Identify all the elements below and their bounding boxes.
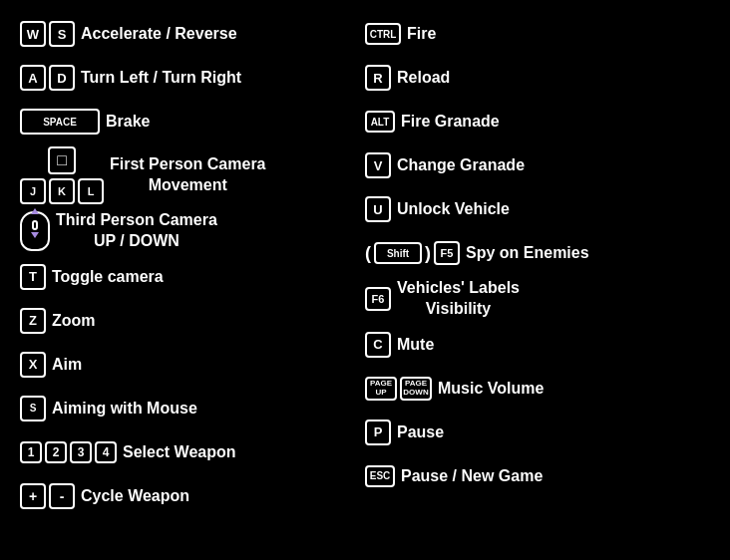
label-reload: Reload <box>397 68 450 87</box>
label-zoom: Zoom <box>52 311 96 330</box>
key-3: 3 <box>70 441 92 463</box>
keys-t: T <box>20 264 46 290</box>
keys-c: C <box>365 332 391 358</box>
label-aiming-mouse: Aiming with Mouse <box>52 399 197 418</box>
row-aim: X Aim <box>20 346 365 384</box>
label-spy-enemies: Spy on Enemies <box>466 243 589 262</box>
paren-close: ) <box>425 243 431 264</box>
label-cycle-weapon: Cycle Weapon <box>81 486 189 505</box>
keys-s2: S <box>20 396 46 421</box>
label-pause: Pause <box>397 422 444 441</box>
keys-ws: W S <box>20 21 75 47</box>
keys-mouse-box: □ <box>48 146 76 174</box>
label-third-person: Third Person CameraUP / DOWN <box>56 210 217 252</box>
keys-esc: ESC <box>365 465 395 487</box>
row-unlock-vehicle: U Unlock Vehicle <box>365 190 710 228</box>
keys-pageup-pagedown: PAGEUP PAGEDOWN <box>365 377 432 401</box>
key-4: 4 <box>95 441 117 463</box>
key-ctrl: CTRL <box>365 23 401 45</box>
row-aiming-mouse: S Aiming with Mouse <box>20 390 365 427</box>
key-alt: ALT <box>365 111 395 133</box>
row-accelerate: W S Accelerate / Reverse <box>20 15 365 53</box>
key-mouse-icon: □ <box>48 146 76 174</box>
label-mute: Mute <box>397 335 434 354</box>
row-fire: CTRL Fire <box>365 15 710 53</box>
keys-ctrl: CTRL <box>365 23 401 45</box>
keys-v: V <box>365 152 391 178</box>
paren-open: ( <box>365 243 371 264</box>
key-r: R <box>365 65 391 91</box>
label-first-person: First Person CameraMovement <box>110 154 266 196</box>
key-pagedown: PAGEDOWN <box>400 377 432 401</box>
row-pause: P Pause <box>365 414 710 451</box>
key-space: SPACE <box>20 109 100 135</box>
label-toggle-camera: Toggle camera <box>52 267 164 286</box>
arrow-down <box>31 232 39 238</box>
right-column: CTRL Fire R Reload ALT Fire Granade V Ch… <box>365 10 710 550</box>
row-select-weapon: 1 2 3 4 Select Weapon <box>20 433 365 471</box>
key-2: 2 <box>45 441 67 463</box>
row-change-grenade: V Change Granade <box>365 146 710 184</box>
row-vehicle-labels: F6 Vehicles' LabelsVisibility <box>365 278 710 320</box>
row-fire-grenade: ALT Fire Granade <box>365 103 710 140</box>
row-turn: A D Turn Left / Turn Right <box>20 59 365 97</box>
key-f5: F5 <box>434 241 460 265</box>
label-fire: Fire <box>407 24 436 43</box>
key-d: D <box>49 65 75 91</box>
row-toggle-camera: T Toggle camera <box>20 258 365 296</box>
main-container: W S Accelerate / Reverse A D Turn Left /… <box>0 0 730 560</box>
row-music-volume: PAGEUP PAGEDOWN Music Volume <box>365 370 710 408</box>
key-c: C <box>365 332 391 358</box>
keys-shift-f5: ( Shift ) F5 <box>365 241 460 265</box>
row-brake: SPACE Brake <box>20 103 365 140</box>
label-music-volume: Music Volume <box>438 379 544 398</box>
keys-alt: ALT <box>365 111 395 133</box>
keys-f6: F6 <box>365 287 391 311</box>
key-j: J <box>20 178 46 204</box>
keys-ad: A D <box>20 65 75 91</box>
key-p: P <box>365 420 391 445</box>
keys-x: X <box>20 352 46 378</box>
key-t: T <box>20 264 46 290</box>
row-first-person: □ J K L First Person CameraMovement <box>20 146 365 204</box>
keys-p: P <box>365 420 391 445</box>
key-pageup: PAGEUP <box>365 377 397 401</box>
key-a: A <box>20 65 46 91</box>
label-turn: Turn Left / Turn Right <box>81 68 241 87</box>
key-esc: ESC <box>365 465 395 487</box>
left-column: W S Accelerate / Reverse A D Turn Left /… <box>20 10 365 550</box>
mouse-scroll-icon <box>20 211 50 251</box>
key-z: Z <box>20 308 46 334</box>
arrow-up <box>31 208 39 214</box>
label-unlock-vehicle: Unlock Vehicle <box>397 199 510 218</box>
label-change-grenade: Change Granade <box>397 155 525 174</box>
label-aim: Aim <box>52 355 82 374</box>
key-minus: - <box>49 483 75 509</box>
label-select-weapon: Select Weapon <box>123 442 236 461</box>
label-accelerate: Accelerate / Reverse <box>81 24 237 43</box>
key-u: U <box>365 196 391 222</box>
key-s: S <box>49 21 75 47</box>
key-v: V <box>365 152 391 178</box>
row-zoom: Z Zoom <box>20 302 365 340</box>
keys-z: Z <box>20 308 46 334</box>
keys-r: R <box>365 65 391 91</box>
label-brake: Brake <box>106 112 150 131</box>
row-spy-enemies: ( Shift ) F5 Spy on Enemies <box>365 234 710 272</box>
key-x: X <box>20 352 46 378</box>
label-pause-new-game: Pause / New Game <box>401 466 543 485</box>
row-pause-new-game: ESC Pause / New Game <box>365 457 710 495</box>
key-l: L <box>78 178 104 204</box>
keys-1234: 1 2 3 4 <box>20 441 117 463</box>
keys-jkl: J K L <box>20 178 104 204</box>
row-cycle-weapon: + - Cycle Weapon <box>20 477 365 515</box>
row-mute: C Mute <box>365 326 710 364</box>
key-plus: + <box>20 483 46 509</box>
label-vehicle-labels: Vehicles' LabelsVisibility <box>397 278 520 320</box>
key-k: K <box>49 178 75 204</box>
key-f6: F6 <box>365 287 391 311</box>
key-w: W <box>20 21 46 47</box>
keys-space: SPACE <box>20 109 100 135</box>
label-fire-grenade: Fire Granade <box>401 112 500 131</box>
key-shift: Shift <box>374 242 422 264</box>
